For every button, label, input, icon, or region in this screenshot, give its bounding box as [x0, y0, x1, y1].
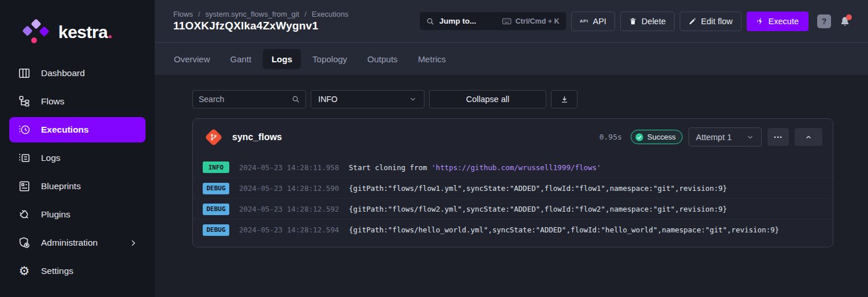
sidebar-item-executions[interactable]: Executions	[9, 117, 146, 142]
sidebar-item-label: Executions	[41, 125, 89, 135]
tab-outputs[interactable]: Outputs	[359, 49, 407, 69]
log-timestamp: 2024-05-23 14:28:11.958	[239, 163, 339, 172]
collapse-task-button[interactable]	[795, 128, 822, 146]
sidebar-item-settings[interactable]: ⚙ Settings	[9, 258, 146, 284]
sidebar: kestra. Dashboard Flows Executions Logs	[0, 0, 155, 297]
log-message: Start cloning from 'https://github.com/w…	[349, 163, 601, 172]
sidebar-item-blueprints[interactable]: Blueprints	[9, 174, 146, 199]
log-level-select[interactable]: INFO	[311, 90, 424, 108]
delete-button[interactable]: Delete	[620, 12, 675, 31]
gear-icon: ⚙	[17, 264, 31, 278]
sidebar-item-administration[interactable]: Administration	[9, 230, 146, 255]
chevron-up-icon	[804, 133, 813, 141]
log-level-badge: DEBUG	[203, 204, 229, 215]
tab-topology[interactable]: Topology	[304, 49, 356, 69]
jump-to-search[interactable]: Jump to... Ctrl/Cmd + K	[420, 12, 566, 30]
download-logs-button[interactable]	[551, 90, 578, 108]
task-log-card: sync_flows 0.95s Success Attempt 1	[192, 118, 833, 247]
chevron-right-icon	[129, 239, 137, 247]
sidebar-item-label: Dashboard	[41, 68, 85, 78]
breadcrumb-block: Flows / system.sync_flows_from_git / Exe…	[173, 10, 348, 32]
log-level-badge: DEBUG	[203, 224, 229, 236]
status-label: Success	[647, 133, 676, 141]
log-message: {gitPath:"flows/hello_world.yml",syncSta…	[349, 225, 779, 234]
page-title: 11OXKJfzQXlka4ZxWygnv1	[173, 20, 348, 32]
task-card-actions: 0.95s Success Attempt 1 ...	[599, 127, 822, 146]
task-card-header: sync_flows 0.95s Success Attempt 1	[193, 119, 833, 153]
tab-metrics[interactable]: Metrics	[409, 49, 455, 69]
sidebar-item-label: Flows	[41, 96, 64, 107]
log-level-value: INFO	[318, 95, 337, 104]
log-lines: INFO 2024-05-23 14:28:11.958 Start cloni…	[193, 153, 833, 247]
execution-tabs: Overview Gantt Logs Topology Outputs Met…	[155, 43, 868, 75]
main-column: Flows / system.sync_flows_from_git / Exe…	[155, 0, 868, 297]
plugins-icon	[17, 208, 31, 221]
top-header: Flows / system.sync_flows_from_git / Exe…	[155, 0, 868, 43]
sidebar-item-label: Logs	[41, 153, 61, 163]
status-badge[interactable]: Success	[631, 130, 683, 144]
sidebar-item-label: Plugins	[41, 209, 70, 220]
sidebar-item-label: Blueprints	[41, 181, 81, 191]
bolt-icon	[757, 17, 764, 25]
pencil-icon	[688, 17, 696, 25]
sidebar-item-label: Administration	[41, 238, 98, 248]
log-timestamp: 2024-05-23 14:28:12.592	[239, 205, 339, 213]
download-icon	[560, 95, 569, 104]
logs-content: INFO Collapse all sync_flows 0.95s	[155, 75, 868, 297]
help-button[interactable]: ?	[817, 14, 831, 28]
kestra-logo[interactable]: kestra.	[0, 0, 155, 45]
check-circle-icon	[635, 133, 644, 142]
attempt-select[interactable]: Attempt 1	[688, 127, 762, 146]
log-search-box	[192, 90, 306, 108]
log-message: {gitPath:"flows/flow2.yml",syncState:"AD…	[349, 205, 727, 213]
trash-icon	[629, 17, 637, 25]
blueprints-icon	[17, 179, 31, 193]
task-duration: 0.95s	[599, 133, 622, 141]
breadcrumb-namespace-flow[interactable]: system.sync_flows_from_git	[206, 10, 300, 18]
sidebar-item-plugins[interactable]: Plugins	[9, 202, 146, 227]
chevron-down-icon	[409, 95, 417, 103]
search-icon	[292, 95, 300, 103]
logs-icon	[17, 151, 31, 165]
task-name: sync_flows	[232, 132, 282, 142]
sidebar-item-dashboard[interactable]: Dashboard	[9, 61, 146, 86]
kestra-logo-text: kestra.	[58, 20, 112, 45]
log-line: INFO 2024-05-23 14:28:11.958 Start cloni…	[193, 157, 833, 178]
breadcrumb-flows[interactable]: Flows	[173, 10, 193, 18]
api-button[interactable]: API API	[571, 12, 615, 31]
breadcrumb-separator: /	[198, 10, 200, 18]
jump-to-label: Jump to...	[439, 17, 476, 25]
log-line: DEBUG 2024-05-23 14:28:12.594 {gitPath:"…	[193, 219, 833, 240]
tab-gantt[interactable]: Gantt	[222, 49, 260, 69]
log-search-input[interactable]	[199, 95, 288, 104]
log-line: DEBUG 2024-05-23 14:28:12.590 {gitPath:"…	[193, 178, 833, 198]
git-task-icon	[204, 128, 222, 146]
edit-flow-button[interactable]: Edit flow	[680, 12, 742, 31]
sidebar-nav: Dashboard Flows Executions Logs Blueprin…	[0, 61, 155, 287]
execute-button[interactable]: Execute	[747, 12, 809, 31]
executions-icon	[17, 123, 31, 137]
breadcrumb: Flows / system.sync_flows_from_git / Exe…	[173, 10, 348, 18]
administration-icon	[17, 236, 31, 250]
keyboard-icon	[502, 16, 512, 26]
log-message: {gitPath:"flows/flow1.yml",syncState:"AD…	[349, 184, 727, 193]
tab-logs[interactable]: Logs	[263, 49, 301, 69]
dashboard-icon	[17, 66, 31, 80]
breadcrumb-separator: /	[304, 10, 307, 18]
tab-overview[interactable]: Overview	[165, 49, 219, 69]
flows-icon	[17, 95, 31, 108]
log-line: DEBUG 2024-05-23 14:28:12.592 {gitPath:"…	[193, 198, 833, 219]
collapse-all-button[interactable]: Collapse all	[429, 90, 546, 108]
log-message-link[interactable]: 'https://github.com/wrussell1999/flows'	[431, 163, 601, 172]
header-actions: Jump to... Ctrl/Cmd + K API API Delete	[420, 12, 851, 31]
attempt-value: Attempt 1	[696, 133, 732, 142]
breadcrumb-executions[interactable]: Executions	[312, 10, 349, 18]
log-level-badge: INFO	[203, 161, 229, 173]
log-level-badge: DEBUG	[203, 183, 229, 194]
log-timestamp: 2024-05-23 14:28:12.594	[239, 225, 339, 234]
notifications-button[interactable]	[839, 16, 851, 27]
sidebar-item-logs[interactable]: Logs	[9, 145, 146, 171]
more-options-button[interactable]: ...	[768, 128, 789, 146]
api-icon: API	[580, 18, 588, 24]
sidebar-item-flows[interactable]: Flows	[9, 89, 146, 114]
